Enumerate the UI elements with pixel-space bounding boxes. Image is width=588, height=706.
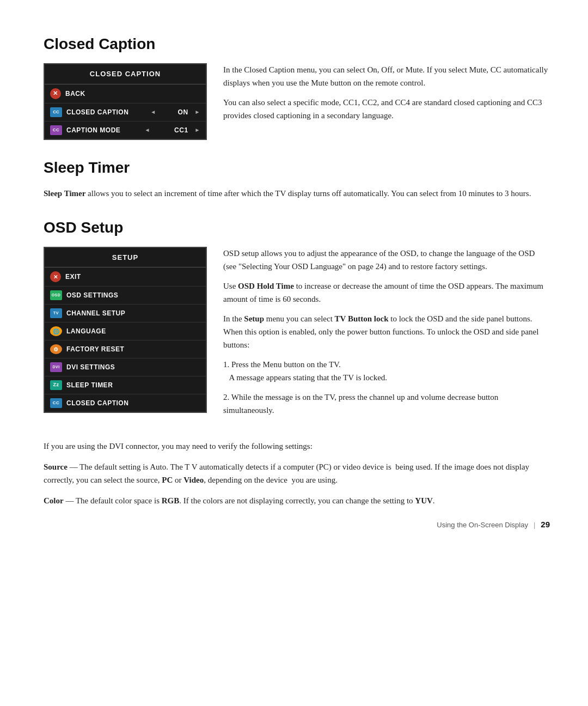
sleep-timer-body: Sleep Timer allows you to select an incr… <box>44 187 550 200</box>
sleep-timer-title: Sleep Timer <box>44 156 550 179</box>
back-icon: ✕ <box>50 88 61 99</box>
yuv-bold: YUV <box>415 496 433 505</box>
channel-setup-label: CHANNEL SETUP <box>66 308 125 318</box>
setup-bold: Setup <box>244 314 264 323</box>
color-bold: Color <box>44 496 64 505</box>
cc-arrow-right: ► <box>195 108 200 116</box>
closed-caption-section: Closed Caption CLOSED CAPTION ✕ BACK CC … <box>44 33 550 140</box>
osd-menu: SETUP ✕ EXIT OSD OSD SETTINGS TV CHANNEL… <box>44 247 207 413</box>
menu-item-back[interactable]: ✕ BACK <box>45 84 206 104</box>
factory-reset-label: FACTORY RESET <box>66 344 124 354</box>
osd-hold-time-bold: OSD Hold Time <box>238 282 294 290</box>
dvi-settings-label: DVI SETTINGS <box>66 362 115 372</box>
sleep-timer-label: SLEEP TIMER <box>66 380 113 390</box>
closed-caption-menu: CLOSED CAPTION ✕ BACK CC CLOSED CAPTION … <box>44 63 207 140</box>
caption-arrow-left: ◄ <box>145 126 150 134</box>
cc-desc-p2: You can also select a specific mode, CC1… <box>223 96 550 122</box>
closed-caption-label2: CLOSED CAPTION <box>66 398 128 408</box>
menu-item-exit[interactable]: ✕ EXIT <box>45 267 206 287</box>
closed-caption-title: Closed Caption <box>44 33 550 56</box>
page: Closed Caption CLOSED CAPTION ✕ BACK CC … <box>0 0 588 547</box>
menu-item-language[interactable]: 🌐 LANGUAGE <box>45 322 206 340</box>
osd-setup-section: OSD Setup SETUP ✕ EXIT OSD OSD SETTINGS … <box>44 216 550 423</box>
cc-value: ON <box>178 107 188 117</box>
page-footer: Using the On-Screen Display | 29 <box>437 519 550 531</box>
cc-label: CLOSED CAPTION <box>66 107 128 117</box>
cc-description: In the Closed Caption menu, you can sele… <box>223 63 550 129</box>
menu-item-closed-caption[interactable]: CC CLOSED CAPTION <box>45 394 206 412</box>
menu-item-cc[interactable]: CC CLOSED CAPTION ◄ ON ► <box>45 104 206 121</box>
menu-item-dvi-settings[interactable]: DVI DVI SETTINGS <box>45 358 206 376</box>
osd-layout: SETUP ✕ EXIT OSD OSD SETTINGS TV CHANNEL… <box>44 247 550 423</box>
osd-desc-p4: 1. Press the Menu button on the TV. A me… <box>223 358 550 384</box>
cc-icon: CC <box>50 107 62 117</box>
cc-arrow-left: ◄ <box>150 108 156 116</box>
sleep-icon: Zz <box>50 380 62 390</box>
sleep-timer-bold: Sleep Timer <box>44 189 85 198</box>
footer-divider: | <box>534 520 535 531</box>
caption-arrow-right: ► <box>195 126 200 134</box>
language-label: LANGUAGE <box>66 326 106 336</box>
osd-description: OSD setup allows you to adjust the appea… <box>223 247 550 423</box>
exit-label: EXIT <box>65 272 81 282</box>
body-para-dvi: If you are using the DVI connector, you … <box>44 440 550 453</box>
pcc-icon: CC <box>50 125 62 135</box>
factory-icon: ⚙ <box>50 344 62 354</box>
osd-desc-p3: In the Setup menu you can select TV Butt… <box>223 312 550 351</box>
cc-layout: CLOSED CAPTION ✕ BACK CC CLOSED CAPTION … <box>44 63 550 140</box>
footer-label: Using the On-Screen Display <box>437 520 528 531</box>
body-para-source: Source — The default setting is Auto. Th… <box>44 460 550 486</box>
tv-button-lock-bold: TV Button lock <box>335 314 389 323</box>
osd-desc-p2: Use OSD Hold Time to increase or decreas… <box>223 279 550 306</box>
pc-bold: PC <box>162 476 173 484</box>
back-label: BACK <box>65 89 85 99</box>
sleep-timer-section: Sleep Timer Sleep Timer allows you to se… <box>44 156 550 200</box>
dvi-icon: DVI <box>50 362 62 372</box>
osd-setup-title: OSD Setup <box>44 216 550 239</box>
osd-desc-p1: OSD setup allows you to adjust the appea… <box>223 247 550 273</box>
osd-desc-p5: 2. While the message is on the TV, press… <box>223 391 550 417</box>
osd-icon: OSD <box>50 290 62 300</box>
footer-page-num: 29 <box>541 519 550 531</box>
exit-icon: ✕ <box>50 271 61 282</box>
cc-desc-p1: In the Closed Caption menu, you can sele… <box>223 63 550 89</box>
rgb-bold: RGB <box>162 496 180 505</box>
menu-item-sleep-timer[interactable]: Zz SLEEP TIMER <box>45 376 206 394</box>
menu-item-caption-mode[interactable]: CC CAPTION MODE ◄ CC1 ► <box>45 121 206 139</box>
source-bold: Source <box>44 462 68 471</box>
osd-settings-label: OSD SETTINGS <box>66 290 118 300</box>
language-icon: 🌐 <box>50 326 62 336</box>
osd-menu-header: SETUP <box>45 248 206 268</box>
cc-menu-header: CLOSED CAPTION <box>45 64 206 84</box>
menu-item-channel-setup[interactable]: TV CHANNEL SETUP <box>45 305 206 322</box>
video-bold: Video <box>183 476 204 484</box>
body-para-color: Color — The default color space is RGB. … <box>44 494 550 507</box>
cc2-icon: CC <box>50 398 62 408</box>
caption-mode-value: CC1 <box>174 125 188 135</box>
channel-icon: TV <box>50 308 62 318</box>
menu-item-factory-reset[interactable]: ⚙ FACTORY RESET <box>45 340 206 358</box>
caption-mode-label: CAPTION MODE <box>66 125 120 135</box>
menu-item-osd-settings[interactable]: OSD OSD SETTINGS <box>45 287 206 305</box>
